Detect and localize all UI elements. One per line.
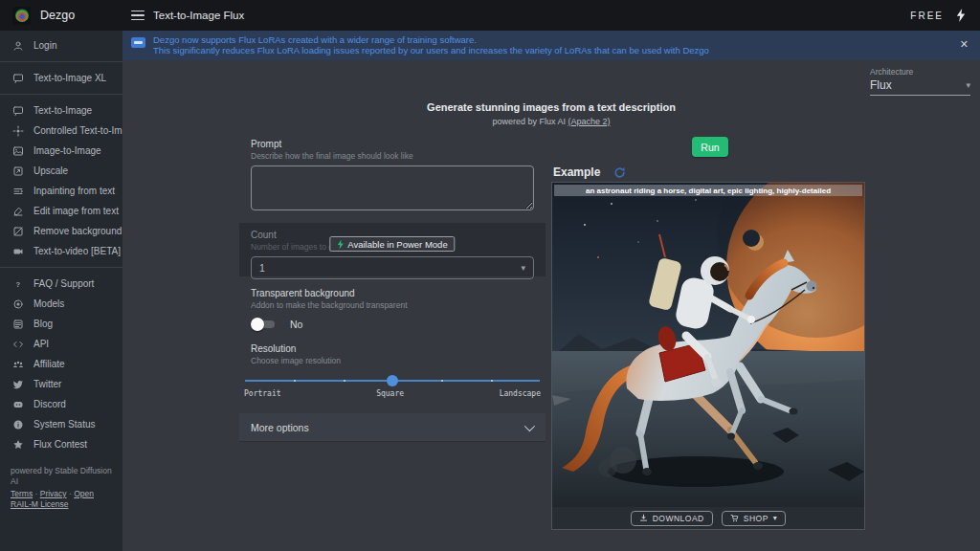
architecture-select[interactable]: Architecture Flux ▾ (870, 67, 970, 96)
menu-icon[interactable] (131, 11, 145, 21)
sidebar-item-text-to-image-xl[interactable]: Text-to-Image XL (0, 68, 122, 88)
refresh-icon[interactable] (613, 166, 626, 179)
chat-image-icon (12, 105, 24, 117)
prompt-hint: Describe how the final image should look… (251, 151, 534, 161)
chevron-down-icon: ▾ (521, 263, 525, 273)
square-label: Square (376, 389, 404, 398)
privacy-link[interactable]: Privacy (40, 489, 67, 498)
expand-icon (12, 165, 24, 177)
download-icon (639, 514, 648, 522)
model-hub-icon (12, 298, 24, 310)
divider (0, 61, 122, 62)
group-icon (12, 359, 24, 370)
green-lightning-icon (337, 239, 344, 250)
sidebar-item-remove-background[interactable]: Remove background (0, 221, 122, 241)
transparent-toggle[interactable] (251, 319, 277, 330)
top-bar: Dezgo Text-to-Image Flux FREE (0, 0, 980, 31)
count-select[interactable]: 1 ▾ (251, 256, 534, 279)
image-icon (12, 145, 24, 157)
cart-icon (730, 514, 739, 522)
sidebar-item-edit-image-from-text[interactable]: Edit image from text (0, 201, 122, 221)
pencil-icon (12, 206, 24, 217)
sidebar-item-discord[interactable]: Discord (0, 394, 122, 414)
sidebar-item-faq-support[interactable]: ? FAQ / Support (0, 274, 122, 294)
sidebar-item-models[interactable]: Models (0, 294, 122, 314)
page-title: Text-to-Image Flux (153, 10, 244, 21)
sidebar-item-twitter[interactable]: Twitter (0, 374, 122, 394)
sidebar-footer: powered by Stable Diffusion AI Terms · P… (0, 454, 122, 510)
announcement-icon (131, 37, 145, 48)
more-options-accordion[interactable]: More options (239, 413, 546, 442)
twitter-bird-icon (12, 379, 24, 390)
download-button[interactable]: DOWNLOAD (631, 511, 713, 526)
generation-form: Prompt Describe how the final image shou… (239, 135, 546, 442)
astronaut-horse-artwork (552, 183, 864, 507)
sidebar-item-blog[interactable]: Blog (0, 314, 122, 334)
sidebar-item-controlled-text-to-image[interactable]: Controlled Text-to-Image (0, 121, 122, 141)
article-icon (12, 319, 24, 330)
transparent-background-group: Transparent background Addon to make the… (239, 276, 546, 330)
sidebar-item-login[interactable]: Login (0, 35, 122, 55)
star-icon (12, 439, 24, 451)
info-icon (12, 419, 24, 430)
sidebar-item-image-to-image[interactable]: Image-to-Image (0, 141, 122, 161)
resolution-label: Resolution (251, 343, 534, 354)
divider (0, 94, 122, 95)
architecture-value: Flux (870, 78, 892, 92)
sidebar-item-system-status[interactable]: System Status (0, 414, 122, 434)
question-icon: ? (12, 278, 24, 290)
slider-thumb[interactable] (387, 375, 398, 386)
discord-icon (12, 399, 24, 410)
power-mode-badge: Available in Power Mode (329, 236, 455, 252)
chat-image-icon (12, 73, 24, 84)
apache2-link[interactable]: (Apache 2) (568, 117, 611, 126)
banner-close-icon[interactable]: ✕ (960, 31, 980, 51)
transparent-hint: Addon to make the background transparent (251, 300, 534, 310)
prompt-input[interactable] (251, 165, 534, 210)
dezgo-app: Dezgo Text-to-Image Flux FREE Login Text… (0, 0, 980, 551)
user-icon (12, 40, 24, 52)
sidebar-item-api[interactable]: API (0, 334, 122, 354)
brand[interactable]: Dezgo (0, 7, 122, 25)
resolution-group: Resolution Choose image resolution Portr… (239, 330, 546, 398)
run-button[interactable]: Run (692, 137, 728, 157)
hero-title: Generate stunning images from a text des… (122, 101, 980, 113)
announcement-banner: Dezgo now supports Flux LoRAs created wi… (122, 31, 980, 60)
transparent-label: Transparent background (251, 288, 534, 298)
divider (0, 267, 122, 268)
portrait-label: Portrait (244, 389, 281, 398)
prompt-label: Prompt (251, 139, 534, 149)
svg-text:?: ? (16, 280, 21, 289)
sidebar: Login Text-to-Image XL Text-to-Image Con… (0, 31, 122, 551)
example-title: Example (553, 165, 600, 179)
resolution-slider[interactable] (245, 375, 540, 386)
dezgo-logo-icon (12, 7, 31, 25)
video-camera-icon (12, 246, 24, 257)
example-panel: an astronaut riding a horse, digital art… (551, 182, 865, 530)
example-header: Example (553, 165, 626, 179)
example-caption: an astronaut riding a horse, digital art… (554, 185, 862, 196)
sidebar-item-text-to-video[interactable]: Text-to-video [BETA] (0, 241, 122, 261)
code-icon (12, 339, 24, 350)
resolution-hint: Choose image resolution (251, 356, 534, 365)
resolution-labels: Portrait Square Landscape (244, 389, 541, 398)
chevron-down-icon (524, 420, 535, 430)
sidebar-item-inpainting-from-text[interactable]: Inpainting from text (0, 181, 122, 201)
sidebar-item-text-to-image[interactable]: Text-to-Image (0, 100, 122, 121)
terms-link[interactable]: Terms (11, 489, 33, 498)
lightning-icon[interactable] (956, 9, 966, 22)
hero-subtitle: powered by Flux AI (Apache 2) (122, 117, 980, 126)
prompt-group: Prompt Describe how the final image shou… (239, 135, 546, 214)
architecture-label: Architecture (870, 67, 970, 77)
toggle-state: No (290, 319, 302, 330)
chevron-down-icon: ▾ (966, 80, 970, 90)
powered-by: powered by Stable Diffusion AI (11, 466, 113, 487)
shop-button[interactable]: SHOP ▾ (722, 511, 787, 526)
sidebar-item-flux-contest[interactable]: Flux Contest (0, 434, 122, 454)
sidebar-item-affiliate[interactable]: Affiliate (0, 354, 122, 374)
sidebar-item-upscale[interactable]: Upscale (0, 161, 122, 181)
chevron-down-icon: ▾ (773, 514, 778, 522)
main-content: Architecture Flux ▾ Generate stunning im… (122, 60, 980, 551)
example-image[interactable]: an astronaut riding a horse, digital art… (552, 183, 864, 507)
count-group: Count Number of images to generate 1 ▾ A… (239, 223, 546, 276)
